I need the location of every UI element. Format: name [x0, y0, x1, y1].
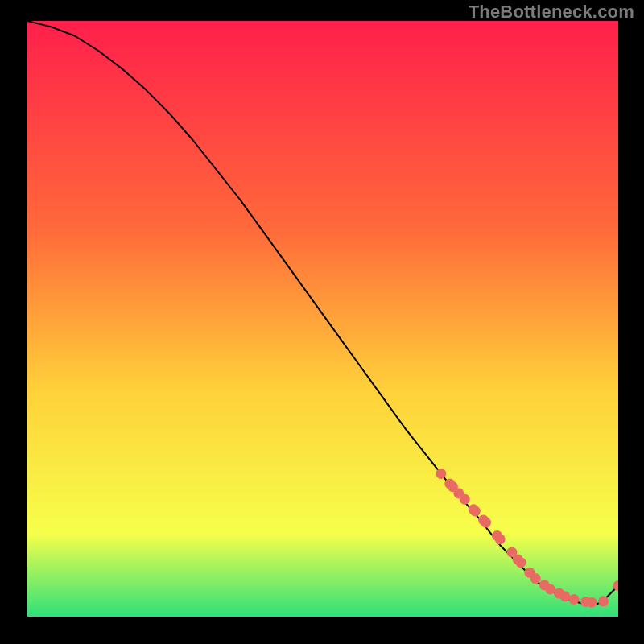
- data-marker: [530, 573, 541, 584]
- chart-svg: [27, 21, 618, 617]
- data-marker: [460, 494, 470, 505]
- data-marker: [481, 518, 491, 528]
- chart-stage: TheBottleneck.com: [0, 0, 644, 644]
- data-marker: [598, 596, 609, 606]
- data-marker: [436, 469, 446, 479]
- gradient-background: [27, 21, 618, 617]
- plot-area: [27, 21, 618, 617]
- data-marker: [495, 534, 506, 544]
- data-marker: [470, 506, 481, 517]
- data-marker: [569, 594, 580, 605]
- watermark-text: TheBottleneck.com: [469, 2, 634, 23]
- data-marker: [587, 597, 597, 608]
- data-marker: [515, 557, 526, 568]
- data-marker: [559, 591, 570, 601]
